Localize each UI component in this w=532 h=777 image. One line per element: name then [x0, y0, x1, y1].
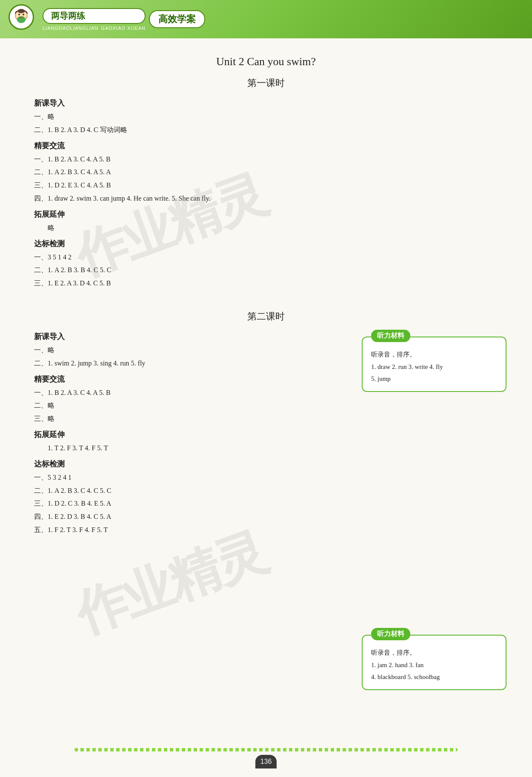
listen2-line1: 听录音，排序。 [371, 647, 497, 659]
mascot [9, 4, 38, 34]
lesson1-dabiao-line1: 一、3 5 1 4 2 [34, 251, 498, 264]
header-badges: 两导两练 LIANGDAOLIANGLIAN GAOXIAO XUEAN [43, 8, 146, 31]
unit-title: Unit 2 Can you swim? [34, 55, 498, 68]
lesson1-tuozhan-label: 拓展延伸 [34, 209, 498, 219]
page-dot-line [74, 748, 458, 751]
lesson2-title: 第二课时 [34, 310, 498, 323]
lesson1-dabiaojianche-label: 达标检测 [34, 239, 498, 249]
badge-gaoxiao: 高效学案 [149, 10, 205, 28]
content-area: Unit 2 Can you swim? 第一课时 新课导入 一、略 二、1. … [0, 38, 532, 563]
lesson1-tuozhan-line1: 略 [34, 222, 498, 234]
lesson2-dabiaojianche-label: 达标检测 [34, 459, 498, 469]
listen1-line2: 1. draw 2. run 3. write 4. fly [371, 361, 497, 373]
page: 两导两练 LIANGDAOLIANGLIAN GAOXIAO XUEAN 高效学… [0, 0, 532, 777]
lesson1-xinkeyudao-line1: 一、略 [34, 111, 498, 123]
lesson2-dabiao-line3: 三、1. D 2. C 3. B 4. E 5. A [34, 498, 498, 510]
lesson1-jingyao-line3: 三、1. D 2. E 3. C 4. A 5. B [34, 179, 498, 192]
badge-sub2: GAOXIAO XUEAN [101, 26, 146, 31]
listen1-line3: 5. jump [371, 373, 497, 385]
lesson1-jingyao-label: 精要交流 [34, 141, 498, 151]
svg-point-1 [17, 16, 26, 23]
lesson1-dabiao-line3: 三、1. E 2. A 3. D 4. C 5. B [34, 277, 498, 290]
badge-sub1: LIANGDAOLIANGLIAN [43, 26, 98, 31]
lesson2-dabiao-line2: 二、1. A 2. B 3. C 4. C 5. C [34, 485, 498, 497]
lesson2-jingyao-line3: 三、略 [34, 413, 498, 425]
svg-point-2 [18, 14, 20, 15]
listen-tag-2: 听力材料 [371, 628, 410, 640]
lesson1-jingyao-line4: 四、1. draw 2. swim 3. can jump 4. He can … [34, 193, 498, 205]
listen-content-2: 听录音，排序。 1. jam 2. hand 3. fan 4. blackbo… [371, 647, 497, 683]
badge-bottom: LIANGDAOLIANGLIAN GAOXIAO XUEAN [43, 26, 146, 31]
lesson2-dabiao-line5: 五、1. F 2. T 3. F 4. F 5. T [34, 524, 498, 536]
lesson1-xinkeyudao-label: 新课导入 [34, 98, 498, 108]
lesson1-title: 第一课时 [34, 77, 498, 89]
lesson2-jingyao-line2: 二、略 [34, 400, 498, 412]
lesson2-dabiao-line1: 一、5 3 2 4 1 [34, 472, 498, 484]
page-number-area: 136 [74, 748, 458, 768]
lesson2-dabiao-line4: 四、1. E 2. D 3. B 4. C 5. A [34, 511, 498, 523]
mascot-icon [9, 4, 34, 30]
listen-box-2: 听力材料 听录音，排序。 1. jam 2. hand 3. fan 4. bl… [362, 635, 506, 690]
svg-point-4 [18, 9, 25, 13]
listen1-line1: 听录音，排序。 [371, 348, 497, 361]
listen2-line2: 1. jam 2. hand 3. fan [371, 659, 497, 671]
lesson2-tuozhan-line1: 1. T 2. F 3. T 4. F 5. T [34, 442, 498, 455]
lesson1-jingyao-line1: 一、1. B 2. A 3. C 4. A 5. B [34, 153, 498, 166]
listen-box-1: 听力材料 听录音，排序。 1. draw 2. run 3. write 4. … [362, 337, 506, 392]
lesson1-dabiao-line2: 二、1. A 2. B 3. B 4. C 5. C [34, 264, 498, 276]
header: 两导两练 LIANGDAOLIANGLIAN GAOXIAO XUEAN 高效学… [0, 0, 532, 38]
lesson2-tuozhan-label: 拓展延伸 [34, 429, 498, 440]
badge-liangdao: 两导两练 [43, 8, 146, 24]
lesson1-jingyao-line2: 二、1. A 2. B 3. C 4. A 5. A [34, 166, 498, 178]
listen-content-1: 听录音，排序。 1. draw 2. run 3. write 4. fly 5… [371, 348, 497, 385]
page-number: 136 [255, 755, 277, 768]
listen2-line3: 4. blackboard 5. schoolbag [371, 671, 497, 683]
svg-point-3 [23, 14, 24, 15]
listen-tag-1: 听力材料 [371, 330, 410, 342]
lesson1-xinkeyudao-line2: 二、1. B 2. A 3. D 4. C 写动词略 [34, 124, 498, 136]
